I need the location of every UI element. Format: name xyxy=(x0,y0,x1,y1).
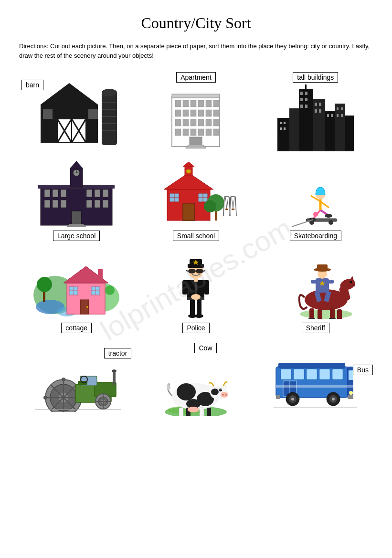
svg-rect-200 xyxy=(311,280,317,284)
svg-rect-38 xyxy=(175,129,181,136)
tall-buildings-label: tall buildings xyxy=(293,72,338,83)
svg-point-3 xyxy=(102,89,117,96)
svg-rect-62 xyxy=(305,98,307,101)
svg-rect-102 xyxy=(183,204,194,221)
svg-point-229 xyxy=(177,383,196,400)
svg-rect-58 xyxy=(284,127,286,130)
apartment-icon xyxy=(138,84,253,151)
svg-rect-195 xyxy=(316,278,329,293)
tractor-cell: tractor xyxy=(19,343,134,419)
svg-rect-28 xyxy=(191,110,196,116)
svg-rect-46 xyxy=(186,147,206,148)
svg-line-123 xyxy=(235,197,236,216)
svg-point-236 xyxy=(225,394,227,396)
small-school-label: Small school xyxy=(173,231,219,241)
svg-point-184 xyxy=(352,284,355,286)
svg-point-238 xyxy=(221,389,222,390)
svg-rect-34 xyxy=(191,119,196,126)
svg-rect-267 xyxy=(348,395,353,399)
svg-rect-52 xyxy=(325,111,335,151)
svg-rect-115 xyxy=(225,209,228,210)
svg-point-173 xyxy=(188,269,196,274)
svg-rect-201 xyxy=(328,280,334,284)
svg-rect-191 xyxy=(329,318,336,319)
svg-rect-40 xyxy=(191,129,196,136)
svg-point-183 xyxy=(350,281,352,283)
svg-rect-95 xyxy=(69,224,84,226)
svg-line-177 xyxy=(203,271,205,271)
svg-rect-155 xyxy=(190,298,195,315)
large-school-icon xyxy=(19,161,134,228)
svg-rect-72 xyxy=(341,107,343,110)
svg-rect-68 xyxy=(319,109,321,113)
svg-point-234 xyxy=(221,392,228,398)
svg-line-131 xyxy=(320,201,329,208)
svg-rect-24 xyxy=(206,100,212,107)
svg-rect-251 xyxy=(281,369,291,379)
svg-rect-241 xyxy=(179,408,183,416)
svg-rect-56 xyxy=(284,122,286,124)
svg-rect-64 xyxy=(305,105,307,108)
svg-rect-30 xyxy=(206,110,212,116)
svg-rect-91 xyxy=(86,200,92,208)
svg-rect-37 xyxy=(213,119,219,126)
svg-rect-255 xyxy=(332,369,343,379)
svg-point-134 xyxy=(325,214,332,218)
svg-line-128 xyxy=(320,210,328,215)
svg-rect-248 xyxy=(278,363,345,368)
cow-label: Cow xyxy=(194,343,216,353)
svg-line-176 xyxy=(186,271,188,271)
svg-rect-22 xyxy=(191,100,196,107)
svg-rect-259 xyxy=(276,385,354,388)
svg-rect-87 xyxy=(103,190,108,197)
svg-point-178 xyxy=(300,309,352,319)
svg-rect-94 xyxy=(72,211,81,225)
barn-label: barn xyxy=(21,80,43,90)
svg-rect-61 xyxy=(300,98,303,101)
svg-rect-26 xyxy=(175,110,181,116)
svg-rect-19 xyxy=(172,94,220,98)
svg-rect-90 xyxy=(61,200,66,208)
svg-point-209 xyxy=(62,378,65,381)
cow-cell: Cow xyxy=(138,343,253,419)
svg-rect-60 xyxy=(305,92,307,95)
svg-rect-12 xyxy=(88,109,98,119)
small-school-cell: Small school xyxy=(138,161,253,241)
svg-rect-47 xyxy=(277,118,289,151)
police-icon xyxy=(138,251,253,320)
svg-rect-83 xyxy=(53,190,58,197)
svg-rect-55 xyxy=(280,122,282,124)
svg-rect-188 xyxy=(337,309,342,319)
svg-rect-252 xyxy=(294,369,304,379)
svg-point-265 xyxy=(332,398,335,400)
svg-rect-33 xyxy=(183,119,189,126)
svg-rect-151 xyxy=(98,269,103,278)
svg-point-268 xyxy=(349,391,353,395)
svg-rect-57 xyxy=(280,127,282,130)
svg-point-240 xyxy=(222,385,227,389)
svg-rect-21 xyxy=(183,100,189,107)
svg-rect-53 xyxy=(335,104,345,151)
svg-point-158 xyxy=(195,314,203,318)
svg-rect-39 xyxy=(183,129,189,136)
svg-rect-31 xyxy=(213,110,219,116)
svg-point-235 xyxy=(222,394,224,396)
svg-rect-65 xyxy=(315,103,317,106)
svg-rect-67 xyxy=(315,109,317,113)
skateboarding-label: Skateboarding xyxy=(290,231,341,241)
svg-rect-215 xyxy=(113,371,116,385)
svg-rect-45 xyxy=(188,145,204,147)
svg-rect-71 xyxy=(337,107,339,110)
svg-point-167 xyxy=(191,294,201,300)
sheriff-icon xyxy=(258,251,373,320)
svg-point-246 xyxy=(188,407,199,412)
svg-rect-73 xyxy=(337,114,339,117)
svg-point-126 xyxy=(328,220,333,225)
svg-rect-243 xyxy=(200,408,204,416)
svg-rect-96 xyxy=(67,226,86,227)
sheriff-label: Sheriff xyxy=(302,323,329,333)
svg-marker-1 xyxy=(41,83,98,105)
svg-rect-82 xyxy=(44,190,50,197)
svg-rect-156 xyxy=(197,298,201,315)
svg-rect-166 xyxy=(204,280,209,295)
